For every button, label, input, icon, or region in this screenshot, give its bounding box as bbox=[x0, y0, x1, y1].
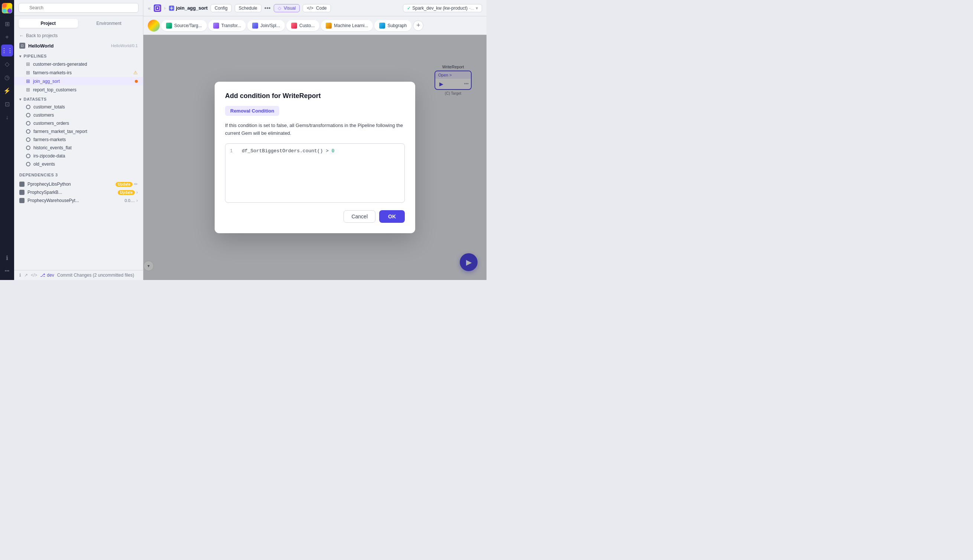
pipeline-name-customer-orders: customer-orders-generated bbox=[33, 62, 87, 67]
dep-icon-prophecyspark bbox=[19, 190, 25, 195]
activity-nav-icon[interactable]: ⚡ bbox=[1, 85, 13, 97]
dataset-item-old-events[interactable]: old_events bbox=[14, 160, 143, 168]
back-to-projects[interactable]: ← Back to projects bbox=[14, 31, 143, 40]
dataset-name: farmers-markets bbox=[33, 137, 66, 142]
pipeline-name-report-top: report_top_customers bbox=[33, 87, 77, 92]
gem-source-target[interactable]: Source/Targ... bbox=[161, 20, 207, 31]
join-split-icon bbox=[252, 23, 258, 28]
graph-nav-icon[interactable]: ⋮⋮ bbox=[1, 45, 13, 57]
dep-expand-icon[interactable]: › bbox=[136, 190, 138, 195]
dataset-item-farmers-tax[interactable]: farmers_market_tax_report bbox=[14, 127, 143, 135]
gem-custom[interactable]: Custo... bbox=[287, 20, 319, 31]
component-nav-icon[interactable]: ⊡ bbox=[1, 98, 13, 110]
code-editor[interactable]: 1 df_SortBiggestOrders.count() > 0 bbox=[225, 143, 405, 203]
home-nav-icon[interactable]: ⊞ bbox=[1, 18, 13, 30]
custom-icon bbox=[291, 23, 297, 28]
dep-name-prophecywarehouse: ProphecyWarehousePyt... bbox=[27, 198, 79, 203]
gem-logo bbox=[148, 20, 160, 32]
pipeline-name: join_agg_sort bbox=[176, 5, 208, 11]
dataset-name: customers_orders bbox=[33, 121, 69, 126]
dep-badge-prophecylibs[interactable]: Update bbox=[115, 182, 133, 187]
pipeline-warning-icon: ⚠ bbox=[133, 70, 138, 75]
modal-description: If this condition is set to false, all G… bbox=[225, 122, 405, 137]
code-tab-btn[interactable]: </> Code bbox=[303, 4, 330, 12]
dataset-circle-icon bbox=[26, 154, 30, 158]
gem-custom-label: Custo... bbox=[299, 23, 315, 28]
cancel-button[interactable]: Cancel bbox=[343, 210, 375, 223]
dependencies-section: DEPENDENCIES 3 PprophecyLibsPython Updat… bbox=[14, 170, 143, 208]
branch-icon: ⎇ bbox=[40, 273, 45, 278]
sidebar-footer: ℹ ↗ </> ⎇ dev Commit Changes (2 uncommit… bbox=[14, 270, 143, 280]
pipelines-section-header[interactable]: ▾ Pipelines bbox=[14, 51, 143, 60]
trend-icon-footer[interactable]: ↗ bbox=[24, 273, 28, 278]
uncommitted-count: (2 uncommitted files) bbox=[93, 273, 134, 278]
tag-nav-icon[interactable]: ◇ bbox=[1, 58, 13, 70]
dataset-item-customers[interactable]: customers bbox=[14, 111, 143, 119]
sidebar-tab-bar: Project Environment bbox=[14, 16, 143, 31]
info-icon-footer[interactable]: ℹ bbox=[19, 273, 21, 278]
dataset-name: irs-zipcode-data bbox=[33, 153, 65, 158]
project-icon: ⊡ bbox=[19, 43, 25, 48]
pipeline-icon-farmers-markets: ⊞ bbox=[26, 70, 30, 75]
line-number: 1 bbox=[230, 148, 236, 154]
dep-version-prophecywarehouse: 0.0.... bbox=[124, 198, 135, 203]
gem-subgraph-label: Subgraph bbox=[387, 23, 407, 28]
download-nav-icon[interactable]: ↓ bbox=[1, 112, 13, 123]
sidebar: 🔍 Project Environment ← Back to projects… bbox=[14, 0, 143, 280]
dataset-item-historic[interactable]: historic_events_flat bbox=[14, 144, 143, 152]
dataset-circle-icon bbox=[26, 121, 30, 125]
gem-subgraph[interactable]: Subgraph bbox=[374, 20, 412, 31]
info-nav-icon[interactable]: ℹ bbox=[1, 252, 13, 264]
dataset-item-farmers-markets[interactable]: farmers-markets bbox=[14, 135, 143, 144]
top-bar: « › join_agg_sort Config Schedule ••• ◇ … bbox=[143, 0, 486, 16]
environment-selector[interactable]: ✓ Spark_dev_kw (kw-product) -... ▾ bbox=[403, 4, 482, 12]
datasets-section-header[interactable]: ▾ Datasets bbox=[14, 94, 143, 103]
gem-ml[interactable]: Machine Learni... bbox=[321, 20, 373, 31]
gem-transform-label: Transfor... bbox=[222, 23, 242, 28]
modal-overlay: Add condition for WriteReport Removal Co… bbox=[143, 35, 486, 280]
tab-project[interactable]: Project bbox=[18, 19, 78, 28]
gem-transform[interactable]: Transfor... bbox=[208, 20, 246, 31]
code-line-1: 1 df_SortBiggestOrders.count() > 0 bbox=[230, 148, 400, 154]
visual-tab-btn[interactable]: ◇ Visual bbox=[274, 4, 300, 12]
add-gem-button[interactable]: + bbox=[413, 20, 423, 31]
add-nav-icon[interactable]: + bbox=[1, 31, 13, 43]
ml-icon bbox=[326, 23, 332, 28]
dataset-item-irs[interactable]: irs-zipcode-data bbox=[14, 152, 143, 160]
pipeline-item-customer-orders[interactable]: ⊞ customer-orders-generated bbox=[14, 60, 143, 68]
source-target-icon bbox=[166, 23, 172, 28]
tab-environment[interactable]: Environment bbox=[80, 19, 139, 28]
collapse-sidebar-icon[interactable]: « bbox=[148, 5, 151, 11]
commit-changes-button[interactable]: Commit Changes (2 uncommitted files) bbox=[57, 273, 134, 278]
dep-name-prophecylibs: PprophecyLibsPython bbox=[27, 182, 71, 187]
pipeline-item-report-top[interactable]: ⊞ report_top_customers bbox=[14, 85, 143, 94]
config-tab-btn[interactable]: Config bbox=[211, 4, 232, 12]
dataset-item-customers-orders[interactable]: customers_orders bbox=[14, 119, 143, 127]
dataset-circle-icon bbox=[26, 113, 30, 117]
dep-expand-icon2[interactable]: › bbox=[136, 198, 138, 203]
gem-join-split[interactable]: Join/Spl... bbox=[247, 20, 285, 31]
pipeline-name-farmers-markets: farmers-markets-irs bbox=[33, 70, 72, 75]
code-var: df_SortBiggestOrders bbox=[242, 148, 300, 154]
branch-indicator: ⎇ dev bbox=[40, 273, 54, 278]
gem-toolbar: Source/Targ... Transfor... Join/Spl... C… bbox=[143, 16, 486, 35]
more-options-icon[interactable]: ••• bbox=[265, 5, 271, 12]
removal-condition-tab[interactable]: Removal Condition bbox=[225, 106, 279, 116]
dataset-item-customer-totals[interactable]: customer_totals bbox=[14, 103, 143, 111]
pipeline-item-join-agg-sort[interactable]: ⊞ join_agg_sort bbox=[14, 77, 143, 85]
more-nav-icon[interactable]: ••• bbox=[1, 265, 13, 277]
code-icon-footer[interactable]: </> bbox=[31, 273, 37, 278]
dep-edit-icon[interactable]: ✏ bbox=[134, 182, 138, 187]
search-input[interactable] bbox=[18, 3, 138, 13]
dep-badge-prophecyspark[interactable]: Update bbox=[118, 190, 135, 195]
visual-diamond-icon: ◇ bbox=[278, 5, 281, 11]
dep-item-prophecylibs: PprophecyLibsPython Update ✏ bbox=[19, 180, 138, 188]
schedule-tab-btn[interactable]: Schedule bbox=[235, 4, 262, 12]
code-content: df_SortBiggestOrders.count() > 0 bbox=[242, 148, 335, 154]
code-brackets-icon: </> bbox=[307, 5, 313, 11]
clock-nav-icon[interactable]: ◷ bbox=[1, 71, 13, 83]
ok-button[interactable]: OK bbox=[379, 210, 405, 223]
branch-name: dev bbox=[47, 273, 54, 278]
pipeline-item-farmers-markets[interactable]: ⊞ farmers-markets-irs ⚠ bbox=[14, 68, 143, 77]
gem-join-label: Join/Spl... bbox=[260, 23, 280, 28]
